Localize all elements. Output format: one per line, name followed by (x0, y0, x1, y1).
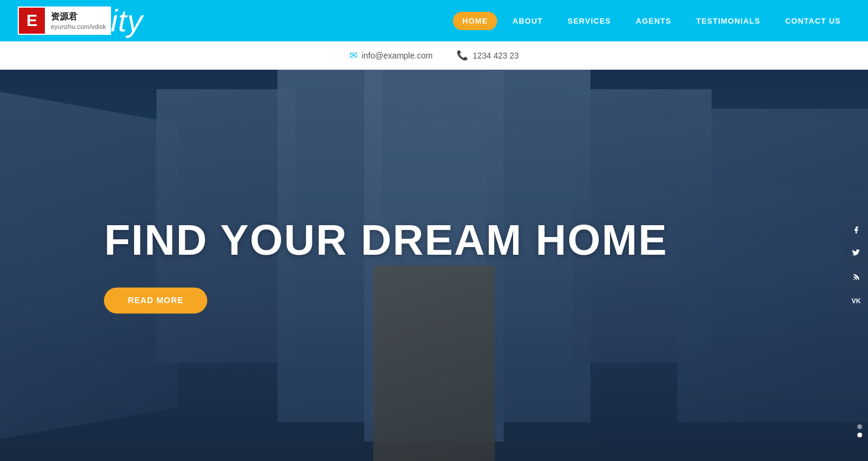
nav-link-about[interactable]: ABOUT (503, 12, 552, 30)
logo-title-text: ity (111, 5, 143, 36)
slider-dot-2[interactable] (857, 433, 862, 437)
twitter-icon (852, 249, 860, 258)
vk-icon: VK (851, 297, 860, 304)
contact-phone: 📞 1234 423 23 (456, 50, 519, 61)
logo-chinese-block: 资源君 eyunzhu.com/vdisk (46, 7, 111, 35)
nav-link-contact[interactable]: CONTACT US (776, 12, 850, 30)
logo-subdomain: eyunzhu.com/vdisk (51, 22, 106, 31)
svg-point-1 (853, 279, 854, 280)
hero-title: FIND YOUR DREAM HOME (104, 217, 668, 264)
nav-link-services[interactable]: SERVICES (558, 12, 621, 30)
logo-area: E 资源君 eyunzhu.com/vdisk ity (18, 5, 143, 36)
facebook-icon (852, 226, 860, 234)
slider-dot-1[interactable] (857, 424, 862, 429)
nav-link-home[interactable]: HOME (453, 12, 497, 30)
contact-email: ✉ info@example.com (350, 50, 433, 61)
logo-letter: E (18, 7, 46, 35)
email-text: info@example.com (362, 51, 433, 60)
social-sidebar: VK (844, 219, 868, 311)
contact-bar: ✉ info@example.com 📞 1234 423 23 (0, 41, 868, 70)
phone-text: 1234 423 23 (473, 51, 519, 60)
facebook-button[interactable] (844, 219, 868, 241)
slider-dots (857, 424, 862, 437)
rss-icon (852, 273, 860, 281)
rss-button[interactable] (844, 267, 868, 288)
nav-link-testimonials[interactable]: TESTIMONIALS (687, 12, 770, 30)
hero-content: FIND YOUR DREAM HOME READ MORE (104, 217, 668, 313)
phone-icon: 📞 (456, 50, 468, 61)
top-navigation: E 资源君 eyunzhu.com/vdisk ity HOMEABOUTSER… (0, 0, 868, 41)
vk-button[interactable]: VK (844, 290, 868, 311)
hero-section: FIND YOUR DREAM HOME READ MORE VK (0, 70, 868, 461)
read-more-button[interactable]: READ MORE (104, 288, 207, 314)
logo-chinese-text: 资源君 (51, 10, 106, 22)
nav-links-container: HOMEABOUTSERVICESAGENTSTESTIMONIALSCONTA… (453, 12, 850, 30)
email-icon: ✉ (350, 50, 357, 61)
nav-link-agents[interactable]: AGENTS (626, 12, 681, 30)
twitter-button[interactable] (844, 243, 868, 264)
